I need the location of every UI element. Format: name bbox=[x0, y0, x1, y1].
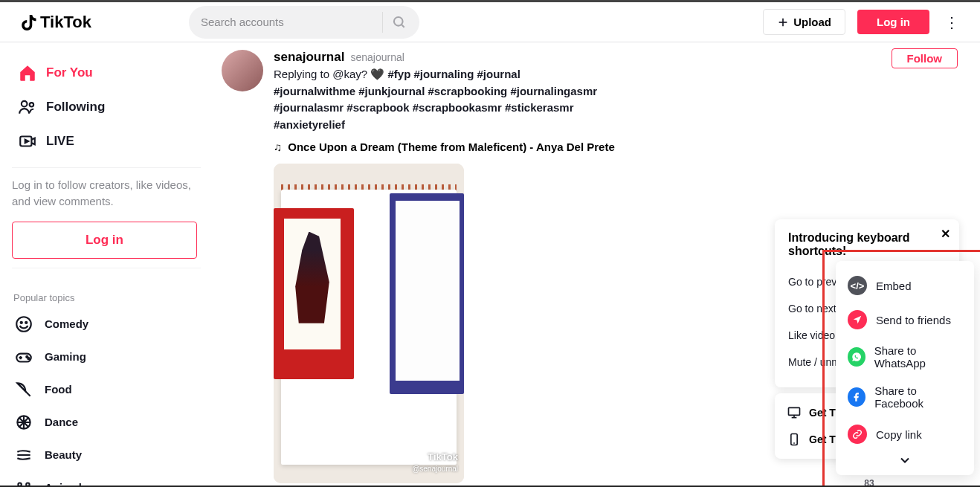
sidebar: For You Following LIVE Log in to follow … bbox=[0, 42, 207, 486]
svg-point-17 bbox=[26, 483, 29, 486]
desktop-icon bbox=[787, 405, 802, 420]
animals-icon bbox=[13, 478, 34, 486]
share-whatsapp[interactable]: Share to WhatsApp bbox=[836, 337, 974, 377]
more-menu-icon[interactable]: ⋮ bbox=[941, 13, 962, 31]
avatar[interactable] bbox=[222, 50, 263, 91]
header: TikTok Upload Log in ⋮ bbox=[0, 2, 980, 42]
svg-point-4 bbox=[22, 101, 28, 107]
author-name[interactable]: senajournal bbox=[274, 50, 344, 65]
feed: Follow senajournal senajournal Replying … bbox=[207, 42, 980, 486]
beauty-icon bbox=[13, 445, 34, 465]
login-button-sidebar[interactable]: Log in bbox=[12, 222, 197, 259]
people-icon bbox=[18, 97, 37, 117]
brand-text: TikTok bbox=[40, 13, 91, 32]
share-menu: </>Embed Send to friends Share to WhatsA… bbox=[836, 261, 974, 475]
live-icon bbox=[18, 132, 37, 151]
login-button-header[interactable]: Log in bbox=[857, 10, 929, 34]
topic-animals[interactable]: Animals bbox=[12, 471, 207, 486]
music-row[interactable]: ♫ Once Upon a Dream (Theme from Malefice… bbox=[274, 141, 757, 153]
caption: Replying to @kay? 🖤 #fyp #journaling #jo… bbox=[274, 66, 601, 133]
svg-point-7 bbox=[16, 317, 31, 332]
svg-line-1 bbox=[401, 24, 404, 27]
author-handle: senajournal bbox=[350, 51, 404, 63]
dance-icon bbox=[13, 413, 34, 432]
nav-following[interactable]: Following bbox=[12, 90, 207, 124]
topic-dance[interactable]: Dance bbox=[12, 406, 207, 439]
home-icon bbox=[18, 63, 37, 83]
share-count: 83 bbox=[864, 478, 874, 487]
svg-point-0 bbox=[393, 16, 402, 25]
tiktok-logo-icon bbox=[18, 12, 39, 33]
svg-point-16 bbox=[18, 483, 21, 486]
svg-point-14 bbox=[28, 358, 29, 359]
nav-for-you[interactable]: For You bbox=[12, 56, 207, 90]
share-embed[interactable]: </>Embed bbox=[836, 268, 974, 303]
music-icon: ♫ bbox=[274, 141, 282, 153]
login-prompt-text: Log in to follow creators, like videos, … bbox=[12, 177, 207, 222]
topic-food[interactable]: Food bbox=[12, 373, 207, 406]
gaming-icon bbox=[13, 347, 34, 367]
svg-rect-21 bbox=[789, 407, 800, 415]
share-more-chevron[interactable] bbox=[836, 451, 974, 468]
shortcuts-title: Introducing keyboard shortcuts! bbox=[788, 231, 946, 258]
upload-button[interactable]: Upload bbox=[763, 9, 845, 35]
search-icon[interactable] bbox=[382, 12, 415, 33]
share-copy-link[interactable]: Copy link bbox=[836, 417, 974, 451]
food-icon bbox=[13, 380, 34, 399]
comedy-icon bbox=[13, 315, 34, 334]
upload-label: Upload bbox=[793, 16, 831, 28]
music-title: Once Upon a Dream (Theme from Maleficent… bbox=[288, 141, 615, 153]
plus-icon bbox=[777, 16, 789, 28]
svg-point-9 bbox=[25, 321, 27, 323]
close-icon[interactable]: ✕ bbox=[941, 227, 950, 241]
video-player[interactable]: TikTok @senajournal bbox=[274, 164, 464, 483]
share-send-friends[interactable]: Send to friends bbox=[836, 303, 974, 337]
nav-live[interactable]: LIVE bbox=[12, 124, 207, 158]
topic-gaming[interactable]: Gaming bbox=[12, 341, 207, 373]
follow-button[interactable]: Follow bbox=[892, 48, 958, 68]
logo[interactable]: TikTok bbox=[18, 12, 196, 33]
video-handle: @senajournal bbox=[412, 465, 458, 473]
share-facebook[interactable]: Share to Facebook bbox=[836, 377, 974, 417]
svg-point-5 bbox=[30, 103, 33, 106]
video-watermark: TikTok bbox=[414, 451, 458, 462]
topic-comedy[interactable]: Comedy bbox=[12, 308, 207, 341]
post: senajournal senajournal Replying to @kay… bbox=[222, 42, 757, 483]
phone-icon bbox=[787, 432, 802, 447]
topic-beauty[interactable]: Beauty bbox=[12, 439, 207, 471]
popular-topics-heading: Popular topics bbox=[12, 277, 207, 308]
svg-point-8 bbox=[21, 321, 22, 323]
search-input[interactable] bbox=[201, 16, 382, 28]
search-bar[interactable] bbox=[189, 6, 419, 39]
